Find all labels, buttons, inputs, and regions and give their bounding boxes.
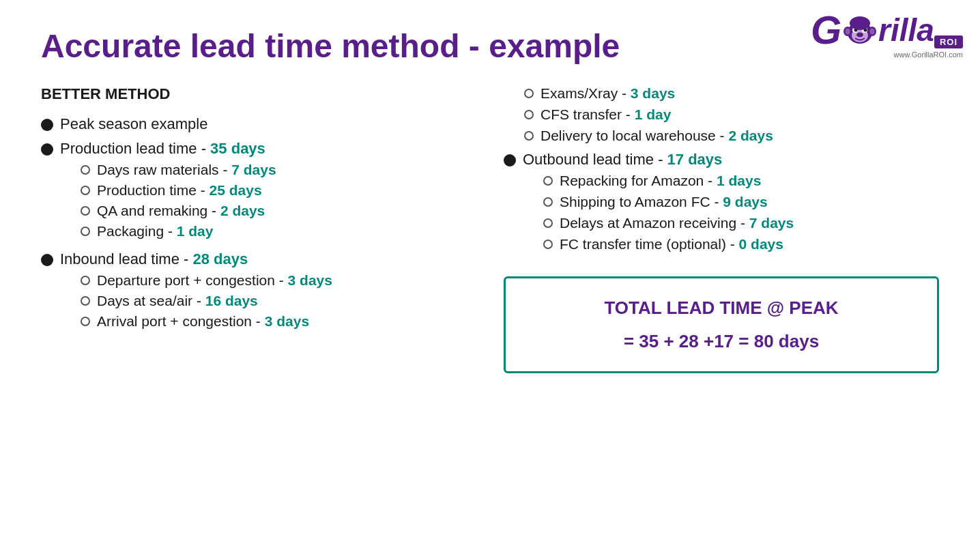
outbound-lead-time-item: Outbound lead time - 17 days Repacking f… xyxy=(504,151,939,259)
item-highlight: 35 days xyxy=(210,140,265,157)
circle-bullet-icon xyxy=(543,176,553,186)
circle-bullet-icon xyxy=(81,186,90,195)
sub-item-highlight: 1 days xyxy=(717,173,761,188)
circle-bullet-icon xyxy=(543,240,553,249)
sub-list-item: Production time - 25 days xyxy=(81,182,476,199)
sub-item-highlight: 0 days xyxy=(739,236,783,252)
gorilla-icon xyxy=(843,12,877,48)
total-lead-time-box: TOTAL LEAD TIME @ PEAK = 35 + 28 +17 = 8… xyxy=(504,276,939,373)
sub-item-text: Production time - 25 days xyxy=(97,182,262,199)
gorilla-roi-logo: G rilla ROI xyxy=(811,10,963,50)
sub-item-text: Shipping to Amazon FC - 9 days xyxy=(560,194,768,210)
svg-point-12 xyxy=(861,34,863,36)
circle-bullet-icon xyxy=(81,165,90,175)
sub-item-text: CFS transfer - 1 day xyxy=(541,106,671,123)
circle-bullet-icon xyxy=(524,110,534,119)
total-title: TOTAL LEAD TIME @ PEAK xyxy=(533,298,910,319)
sub-list: Departure port + congestion - 3 days Day… xyxy=(60,272,476,330)
bullet-icon xyxy=(41,143,53,156)
svg-point-11 xyxy=(857,34,859,36)
item-label: Production lead time - xyxy=(60,140,210,157)
sub-item-text: Days raw materials - 7 days xyxy=(97,162,276,178)
logo-g-letter: G xyxy=(811,10,841,50)
bullet-icon xyxy=(41,119,53,131)
logo-roi-badge: ROI xyxy=(934,35,963,48)
circle-bullet-icon xyxy=(81,276,90,285)
sub-item-highlight: 1 day xyxy=(635,106,672,122)
sub-item-highlight: 25 days xyxy=(210,182,262,198)
outbound-item-text: Outbound lead time - 17 days Repacking f… xyxy=(523,151,794,259)
bullet-icon xyxy=(41,254,53,266)
sub-list-item: Days raw materials - 7 days xyxy=(81,162,476,178)
sub-item-highlight: 3 days xyxy=(631,85,675,101)
left-column: BETTER METHOD Peak season example Produc… xyxy=(41,85,476,373)
bullet-icon xyxy=(504,154,516,167)
main-list: Peak season example Production lead time… xyxy=(41,115,476,334)
sub-item-text: Arrival port + congestion - 3 days xyxy=(97,313,309,330)
sub-item-text: FC transfer time (optional) - 0 days xyxy=(560,236,783,252)
sub-item-highlight: 3 days xyxy=(288,272,332,288)
sub-item-text: Delivery to local warehouse - 2 days xyxy=(541,128,773,144)
sub-list-item: Packaging - 1 day xyxy=(81,223,476,240)
item-text: Production lead time - 35 days Days raw … xyxy=(60,140,476,244)
section-heading: BETTER METHOD xyxy=(41,85,476,103)
circle-bullet-icon xyxy=(81,206,90,216)
circle-bullet-icon xyxy=(81,317,90,326)
sub-list-item: Repacking for Amazon - 1 days xyxy=(543,173,794,189)
sub-item-highlight: 2 days xyxy=(220,203,265,218)
sub-item-highlight: 7 days xyxy=(231,162,276,177)
logo-area: G rilla ROI xyxy=(811,10,963,59)
content-area: BETTER METHOD Peak season example Produc… xyxy=(41,85,939,373)
circle-bullet-icon xyxy=(524,89,534,98)
list-item: Peak season example xyxy=(41,115,476,133)
sub-item-text: Packaging - 1 day xyxy=(97,223,213,240)
sub-list-item: Departure port + congestion - 3 days xyxy=(81,272,476,289)
item-text: Peak season example xyxy=(60,115,476,133)
sub-item-text: Exams/Xray - 3 days xyxy=(541,85,675,102)
right-bottom-sub-list: Repacking for Amazon - 1 days Shipping t… xyxy=(523,173,794,252)
item-label: Inbound lead time - xyxy=(60,250,192,267)
sub-list-item: QA and remaking - 2 days xyxy=(81,203,476,219)
sub-item-highlight: 1 day xyxy=(177,223,214,239)
outbound-highlight: 17 days xyxy=(667,151,723,168)
circle-bullet-icon xyxy=(543,218,553,228)
sub-item-text: Repacking for Amazon - 1 days xyxy=(560,173,761,189)
sub-item-text: Days at sea/air - 16 days xyxy=(97,293,258,309)
sub-list-item: Delivery to local warehouse - 2 days xyxy=(524,128,939,144)
sub-item-highlight: 7 days xyxy=(749,215,794,231)
list-item: Inbound lead time - 28 days Departure po… xyxy=(41,250,476,334)
sub-list-item: Shipping to Amazon FC - 9 days xyxy=(543,194,794,210)
sub-item-text: Delays at Amazon receiving - 7 days xyxy=(560,215,794,231)
sub-list-item: FC transfer time (optional) - 0 days xyxy=(543,236,794,252)
sub-list: Days raw materials - 7 days Production t… xyxy=(60,162,476,240)
sub-list-item: Days at sea/air - 16 days xyxy=(81,293,476,309)
sub-list-item: Arrival port + congestion - 3 days xyxy=(81,313,476,330)
sub-item-highlight: 16 days xyxy=(205,293,258,308)
circle-bullet-icon xyxy=(543,197,553,207)
item-text: Inbound lead time - 28 days Departure po… xyxy=(60,250,476,334)
circle-bullet-icon xyxy=(81,227,90,236)
circle-bullet-icon xyxy=(81,296,90,306)
item-label: Peak season example xyxy=(60,115,207,132)
sub-item-text: QA and remaking - 2 days xyxy=(97,203,265,219)
sub-item-highlight: 3 days xyxy=(265,313,309,329)
logo-url: www.GorillaROI.com xyxy=(811,50,963,59)
list-item: Production lead time - 35 days Days raw … xyxy=(41,140,476,244)
item-highlight: 28 days xyxy=(192,250,248,267)
sub-item-highlight: 2 days xyxy=(728,128,773,143)
svg-point-13 xyxy=(850,16,870,30)
page-title: Accurate lead time method - example xyxy=(41,27,939,65)
sub-list-item: Exams/Xray - 3 days xyxy=(524,85,939,102)
sub-list-item: Delays at Amazon receiving - 7 days xyxy=(543,215,794,231)
sub-item-highlight: 9 days xyxy=(723,194,767,209)
sub-list-item: CFS transfer - 1 day xyxy=(524,106,939,123)
right-column: Exams/Xray - 3 days CFS transfer - 1 day… xyxy=(504,85,939,373)
total-formula: = 35 + 28 +17 = 80 days xyxy=(533,331,910,352)
svg-point-3 xyxy=(846,29,850,35)
right-top-sub-list: Exams/Xray - 3 days CFS transfer - 1 day… xyxy=(504,85,939,144)
circle-bullet-icon xyxy=(524,131,534,141)
logo-rilla-text: rilla xyxy=(878,14,934,46)
sub-item-text: Departure port + congestion - 3 days xyxy=(97,272,332,289)
svg-point-4 xyxy=(870,29,875,35)
